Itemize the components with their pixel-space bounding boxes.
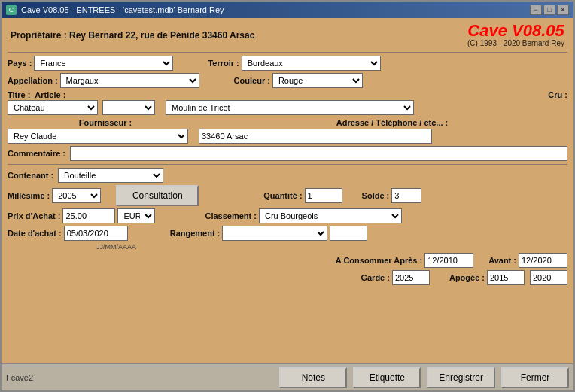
apogee-input[interactable]: 2015 [487, 270, 525, 285]
title-bar: C Cave V08.05 - ENTREES - 'cavetest.mdb'… [2, 2, 573, 18]
terroir-group: Terroir : Bordeaux [208, 56, 380, 71]
prix-classement-row: Prix d'Achat : 25.00 EUR Classement : Cr… [8, 208, 567, 223]
contenant-label: Contenant : [8, 171, 53, 180]
pays-group: Pays : France [8, 56, 173, 71]
date-label: Date d'achat : [8, 229, 62, 238]
quantite-input[interactable]: 1 [305, 188, 342, 203]
fermer-button[interactable]: Fermer [501, 367, 569, 388]
pays-label: Pays : [8, 59, 32, 68]
window-title: Cave V08.05 - ENTREES - 'cavetest.mdb' B… [21, 5, 224, 14]
main-content: Propriétaire : Rey Bernard 22, rue de Pé… [2, 18, 573, 363]
main-window: C Cave V08.05 - ENTREES - 'cavetest.mdb'… [0, 0, 575, 392]
footer-buttons: Notes Etiquette Enregistrer Fermer [279, 367, 569, 388]
appellation-couleur-row: Appellation : Margaux Couleur : Rouge [8, 73, 567, 88]
couleur-label: Couleur : [234, 76, 270, 85]
consultation-button[interactable]: Consultation [116, 185, 199, 206]
solde-input[interactable]: 3 [391, 188, 421, 203]
appellation-label: Appellation : [8, 76, 58, 85]
titre-select[interactable]: Château [8, 100, 98, 115]
commentaire-row: Commentaire : [8, 146, 567, 161]
proprietaire-label: Propriétaire : Rey Bernard 22, rue de Pé… [11, 30, 254, 41]
millesime-label: Millésime : [8, 191, 50, 200]
solde-label: Solde : [362, 191, 390, 200]
titre-label: Titre : [8, 90, 30, 99]
classement-group: Classement : Cru Bourgeois [205, 208, 401, 223]
apogee2-input[interactable]: 2020 [530, 270, 567, 285]
avant-group: Avant : 12/2020 [488, 253, 567, 268]
terroir-label: Terroir : [208, 59, 239, 68]
cave-subtitle: (C) 1993 - 2020 Bernard Rey [467, 39, 564, 47]
etiquette-button[interactable]: Etiquette [353, 367, 421, 388]
footer-bar: Fcave2 Notes Etiquette Enregistrer Ferme… [2, 363, 573, 390]
quantite-group: Quantité : 1 [263, 188, 342, 203]
apogee-group: Apogée : 2015 2020 [449, 270, 567, 285]
rangement-select[interactable] [222, 226, 327, 241]
solde-group: Solde : 3 [362, 188, 422, 203]
header-row: Propriétaire : Rey Bernard 22, rue de Pé… [8, 21, 567, 49]
eur-select[interactable]: EUR [117, 208, 155, 223]
date-hint-row: JJ/MM/AAAA [8, 243, 567, 251]
enregistrer-button[interactable]: Enregistrer [427, 367, 495, 388]
appellation-select[interactable]: Margaux [60, 73, 199, 88]
aconsommer-group: A Consommer Après : 12/2010 [336, 253, 473, 268]
close-button[interactable]: ✕ [557, 5, 569, 15]
date-input[interactable]: 05/03/2020 [64, 226, 128, 241]
article-select[interactable] [102, 100, 155, 115]
couleur-group: Couleur : Rouge [234, 73, 363, 88]
garde-group: Garde : 2025 [361, 270, 430, 285]
minimize-button[interactable]: − [530, 5, 542, 15]
article-group: Article : [35, 90, 65, 99]
avant-input[interactable]: 12/2020 [519, 253, 567, 268]
pays-select[interactable]: France [34, 56, 173, 71]
fournisseur-input-row: Rey Claude 33460 Arsac [8, 129, 567, 144]
contenant-row: Contenant : Bouteille [8, 168, 567, 183]
aconsommer-avant-row: A Consommer Après : 12/2010 Avant : 12/2… [8, 253, 567, 268]
rangement-label: Rangement : [170, 229, 221, 238]
quantite-label: Quantité : [263, 191, 302, 200]
cave-title: Cave V08.05 [467, 23, 564, 39]
title-bar-left: C Cave V08.05 - ENTREES - 'cavetest.mdb'… [6, 5, 224, 15]
status-text: Fcave2 [6, 373, 33, 382]
article-label: Article : [35, 90, 65, 99]
date-rangement-row: Date d'achat : 05/03/2020 Rangement : [8, 226, 567, 241]
aconsommer-input[interactable]: 12/2010 [424, 253, 473, 268]
commentaire-label: Commentaire : [8, 149, 65, 158]
cru-select[interactable]: Moulin de Tricot [166, 100, 414, 115]
separator-2 [8, 164, 567, 165]
garde-apogee-row: Garde : 2025 Apogée : 2015 2020 [8, 270, 567, 285]
fournisseur-select[interactable]: Rey Claude [8, 129, 188, 144]
prix-label: Prix d'Achat : [8, 211, 60, 220]
cru-group: Cru : [548, 90, 567, 99]
maximize-button[interactable]: □ [543, 5, 555, 15]
prix-input[interactable]: 25.00 [62, 208, 115, 223]
app-icon: C [6, 5, 17, 15]
cru-label: Cru : [548, 90, 567, 99]
contenant-select[interactable]: Bouteille [58, 168, 163, 183]
classement-label: Classement : [205, 211, 256, 220]
terroir-select[interactable]: Bordeaux [242, 56, 381, 71]
titre-group: Titre : [8, 90, 30, 99]
classement-select[interactable]: Cru Bourgeois [259, 208, 402, 223]
commentaire-input[interactable] [70, 146, 567, 161]
date-hint: JJ/MM/AAAA [96, 243, 136, 251]
date-group: Date d'achat : 05/03/2020 [8, 226, 128, 241]
aconsommer-label: A Consommer Après : [336, 256, 422, 265]
millesime-select[interactable]: 2005 [52, 188, 101, 203]
fournisseur-label: Fournisseur : [79, 118, 132, 127]
rangement2-input[interactable] [330, 226, 367, 241]
millesime-quantite-row: Millésime : 2005 Consultation Quantité :… [8, 185, 567, 206]
millesime-group: Millésime : 2005 [8, 188, 101, 203]
titre-article-cru-row: Titre : Article : Cru : [8, 90, 567, 99]
couleur-select[interactable]: Rouge [272, 73, 363, 88]
cave-branding: Cave V08.05 (C) 1993 - 2020 Bernard Rey [467, 23, 564, 47]
garde-label: Garde : [361, 273, 390, 282]
pays-terroir-row: Pays : France Terroir : Bordeaux [8, 56, 567, 71]
garde-input[interactable]: 2025 [392, 270, 430, 285]
title-bar-controls: − □ ✕ [530, 5, 569, 15]
fournisseur-header-row: Fournisseur : Adresse / Téléphone / etc.… [8, 117, 567, 128]
avant-label: Avant : [488, 256, 516, 265]
notes-button[interactable]: Notes [279, 367, 347, 388]
adresse-label: Adresse / Téléphone / etc... : [336, 118, 449, 127]
prix-group: Prix d'Achat : 25.00 EUR [8, 208, 155, 223]
adresse-input[interactable]: 33460 Arsac [199, 129, 432, 144]
